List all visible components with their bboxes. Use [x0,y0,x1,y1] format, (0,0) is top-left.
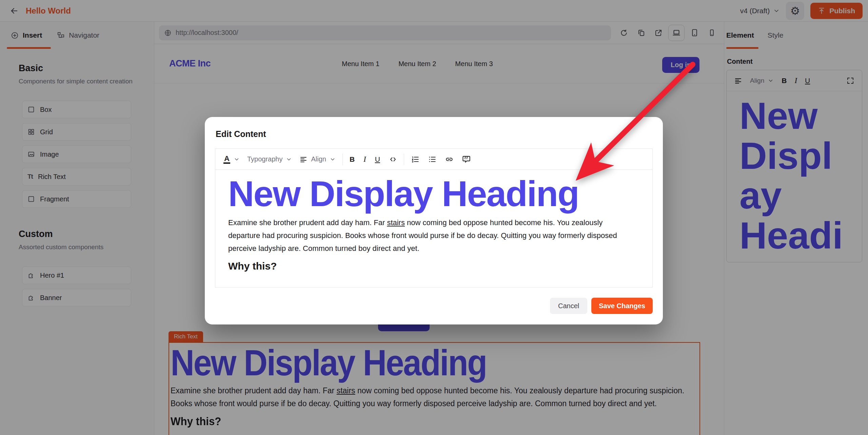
align-lines-icon [299,155,308,163]
cancel-button[interactable]: Cancel [550,298,587,314]
ordered-list-button[interactable] [411,155,420,164]
link-button[interactable] [445,155,454,164]
modal-title: Edit Content [216,129,653,139]
toolbar-divider [404,154,404,165]
paragraph-text: Examine she brother prudent add day ham.… [228,218,387,227]
modal-actions: Cancel Save Changes [215,298,653,314]
quote-button[interactable] [462,155,471,164]
edit-content-modal: Edit Content A Typography [205,117,663,324]
align-dropdown[interactable]: Align [299,155,335,163]
toolbar-divider [342,154,343,165]
typography-dropdown[interactable]: Typography [247,155,292,163]
save-changes-button[interactable]: Save Changes [591,298,653,314]
chevron-down-icon [330,156,336,162]
bold-button[interactable]: B [350,155,355,163]
rich-text-editor: A Typography [215,149,653,288]
stairs-link[interactable]: stairs [387,218,405,227]
code-button[interactable] [389,155,397,163]
text-color-icon: A [223,155,230,164]
modal-subheading: Why this? [228,260,639,272]
modal-heading: New Display Heading [228,174,639,214]
modal-paragraph: Examine she brother prudent add day ham.… [228,216,630,255]
align-label: Align [311,155,326,163]
text-color-dropdown[interactable]: A [223,155,240,164]
typography-label: Typography [247,155,283,163]
chevron-down-icon [234,156,240,162]
chevron-down-icon [286,156,292,162]
underline-button[interactable]: U [375,155,380,163]
app-window: Hello World v4 (Draft) ⚙ Publish [0,0,868,435]
editor-content-area[interactable]: New Display Heading Examine she brother … [215,170,652,288]
editor-toolbar: A Typography [215,149,652,170]
italic-button[interactable]: I [363,155,366,164]
bullet-list-button[interactable] [428,155,437,164]
